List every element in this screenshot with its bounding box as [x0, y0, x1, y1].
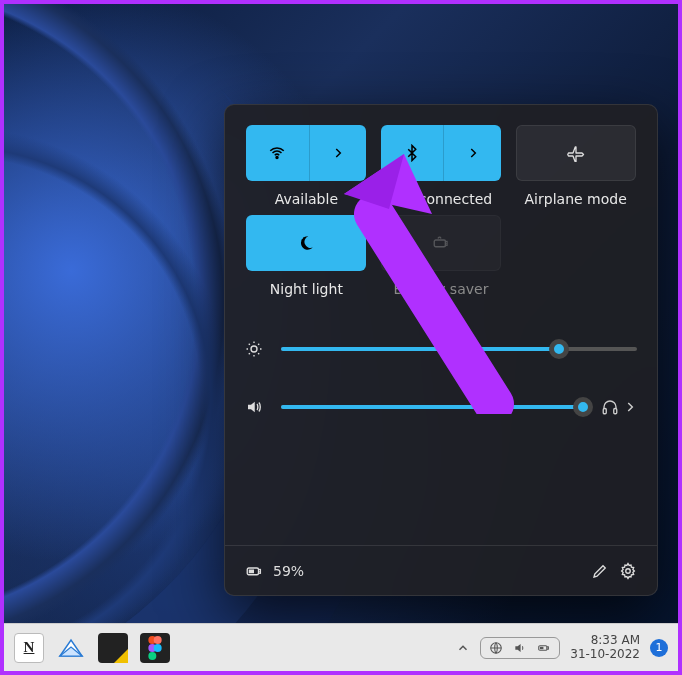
airplane-icon	[567, 144, 585, 162]
nightlight-tile[interactable]	[246, 215, 366, 271]
volume-output[interactable]	[601, 398, 637, 416]
svg-point-15	[154, 644, 162, 652]
battery-icon	[245, 562, 263, 580]
bluetooth-toggle[interactable]	[381, 125, 444, 181]
bluetooth-icon	[403, 144, 421, 162]
airplane-tile[interactable]	[516, 125, 636, 181]
battery-icon	[537, 641, 551, 655]
battery-saver-tile	[381, 215, 501, 271]
chevron-right-icon	[466, 146, 480, 160]
wifi-expand[interactable]	[310, 125, 367, 181]
chevron-right-icon	[623, 400, 637, 414]
chevron-right-icon	[331, 146, 345, 160]
svg-rect-20	[540, 646, 544, 648]
svg-rect-9	[259, 569, 261, 573]
svg-point-1	[302, 239, 304, 241]
taskbar: N 8:33 AM 31-10-2022 1	[4, 623, 678, 671]
headphones-icon	[601, 398, 619, 416]
taskbar-app-sticky-notes[interactable]	[98, 633, 128, 663]
taskbar-app-mail[interactable]	[56, 633, 86, 663]
svg-point-2	[303, 237, 304, 238]
tray-chevron-up-icon[interactable]	[456, 641, 470, 655]
svg-rect-10	[249, 569, 254, 573]
svg-rect-19	[547, 646, 548, 648]
figma-icon	[147, 636, 163, 660]
battery-saver-icon	[432, 234, 450, 252]
nightlight-label: Night light	[270, 281, 343, 297]
battery-saver-label: Battery saver	[394, 281, 489, 297]
svg-point-11	[626, 568, 631, 573]
notification-badge[interactable]: 1	[650, 639, 668, 657]
battery-percent-text[interactable]: 59%	[273, 563, 304, 579]
clock-date: 31-10-2022	[570, 648, 640, 662]
wifi-icon	[268, 144, 286, 162]
volume-slider[interactable]	[281, 405, 583, 409]
airplane-label: Airplane mode	[525, 191, 627, 207]
taskbar-clock[interactable]: 8:33 AM 31-10-2022	[570, 634, 640, 662]
svg-point-5	[251, 346, 257, 352]
svg-point-13	[154, 636, 162, 644]
svg-rect-6	[603, 409, 606, 414]
volume-icon	[513, 641, 527, 655]
volume-icon	[245, 398, 263, 416]
bluetooth-expand[interactable]	[444, 125, 501, 181]
wifi-tile[interactable]	[246, 125, 366, 181]
svg-rect-3	[434, 240, 445, 247]
bluetooth-label: Not connected	[390, 191, 492, 207]
mail-icon	[58, 638, 84, 658]
quick-settings-tiles: Available Not connected Airplane mode	[245, 125, 637, 297]
edit-icon[interactable]	[591, 562, 609, 580]
taskbar-app-notion[interactable]: N	[14, 633, 44, 663]
brightness-row	[245, 329, 637, 369]
brightness-slider[interactable]	[281, 347, 637, 351]
wifi-toggle[interactable]	[246, 125, 309, 181]
svg-rect-7	[614, 409, 617, 414]
svg-point-0	[277, 157, 279, 159]
volume-row	[245, 387, 637, 427]
settings-icon[interactable]	[619, 562, 637, 580]
wifi-label: Available	[275, 191, 338, 207]
language-icon	[489, 641, 503, 655]
svg-rect-4	[445, 242, 447, 246]
quick-settings-footer: 59%	[225, 545, 657, 595]
bluetooth-tile[interactable]	[381, 125, 501, 181]
nightlight-icon	[297, 234, 315, 252]
quick-settings-panel: Available Not connected Airplane mode	[224, 104, 658, 596]
clock-time: 8:33 AM	[570, 634, 640, 648]
tray-quick-settings[interactable]	[480, 637, 560, 659]
brightness-icon	[245, 340, 263, 358]
svg-point-16	[148, 652, 156, 660]
taskbar-app-figma[interactable]	[140, 633, 170, 663]
system-tray: 8:33 AM 31-10-2022 1	[456, 634, 668, 662]
